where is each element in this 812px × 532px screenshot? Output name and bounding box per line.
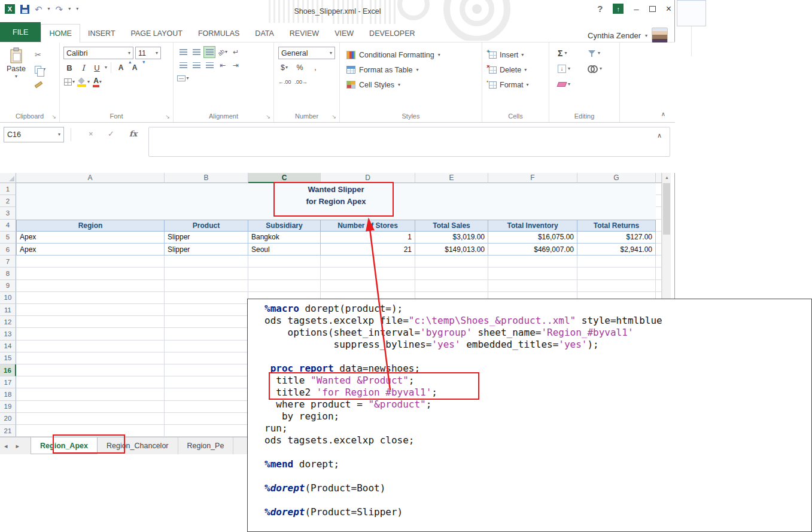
row-header-15[interactable]: 15 [0,352,16,364]
ribbon-display-options-button[interactable]: ↑ [613,4,624,14]
sheet-nav-next-icon[interactable]: ▸ [12,437,24,454]
insert-function-icon[interactable]: fx [129,129,137,138]
dialog-launcher-icon[interactable]: ↘ [165,114,170,120]
cell-B16[interactable] [165,364,248,376]
row-header-19[interactable]: 19 [0,401,16,413]
decrease-font-size-button[interactable]: A [129,62,141,74]
ribbon-tab-review[interactable]: REVIEW [282,25,327,42]
wrap-text-button[interactable]: ↵ [230,46,242,58]
cell-partial-8[interactable] [656,267,662,279]
cell-F7[interactable] [488,256,577,267]
dialog-launcher-icon[interactable]: ↘ [332,114,336,120]
cell-A7[interactable] [16,256,165,267]
increase-decimal-button[interactable]: ←.00 [278,76,291,88]
cell-B17[interactable] [165,376,248,388]
fill-button[interactable]: ↓▾ [558,63,579,74]
row-header-13[interactable]: 13 [0,328,16,340]
cell-partial-2[interactable] [656,195,662,207]
clear-button[interactable]: ▾ [558,78,579,90]
row-header-20[interactable]: 20 [0,413,16,425]
cell-G8[interactable] [577,267,656,279]
cancel-icon[interactable]: × [89,129,93,138]
select-all-corner[interactable] [0,173,16,183]
cell-B7[interactable] [165,256,248,267]
cell-B18[interactable] [165,388,248,400]
cell-F8[interactable] [488,267,577,279]
row-header-5[interactable]: 5 [0,232,16,244]
align-center-button[interactable] [190,59,202,71]
cell-C8[interactable] [248,267,321,279]
align-left-button[interactable] [177,59,189,71]
row-header-3[interactable]: 3 [0,207,16,219]
formula-input[interactable] [148,127,670,157]
conditional-formatting-button[interactable]: Conditional Formatting ▾ [342,47,479,62]
dialog-launcher-icon[interactable]: ↘ [51,114,56,120]
font-name-select[interactable]: Calibri▾ [63,47,133,59]
enter-icon[interactable]: ✓ [108,129,114,138]
column-header-G[interactable]: G [577,173,656,183]
row-header-8[interactable]: 8 [0,267,16,279]
sort-filter-button[interactable]: ▾ [588,47,611,59]
cell-B8[interactable] [165,267,248,279]
row-header-12[interactable]: 12 [0,316,16,328]
insert-cells-button[interactable]: + Insert ▾ [485,47,546,62]
increase-font-size-button[interactable]: A [115,62,127,74]
cell-C7[interactable] [248,256,321,267]
cell-A11[interactable] [16,304,165,316]
ribbon-tab-developer[interactable]: DEVELOPER [361,25,422,42]
cell-B21[interactable] [165,425,248,437]
merge-center-button[interactable]: ▾ [177,72,189,84]
cell-B20[interactable] [165,413,248,425]
font-size-select[interactable]: 11▾ [135,47,161,59]
accounting-format-button[interactable]: $▾ [278,62,290,74]
cell-D9[interactable] [321,280,415,292]
minimize-button[interactable]: – [634,6,638,12]
underline-dropdown-icon[interactable]: ▾ [105,65,107,70]
cell-D7[interactable] [321,256,415,267]
font-color-button[interactable]: A▾ [92,76,104,88]
row-header-6[interactable]: 6 [0,244,16,256]
italic-button[interactable]: I [77,62,89,74]
copy-button[interactable]: ▾ [35,64,45,75]
collapse-ribbon-icon[interactable]: ∧ [661,111,665,117]
cell-B19[interactable] [165,401,248,413]
format-painter-button[interactable] [35,79,45,90]
column-header-B[interactable]: B [165,173,248,183]
ribbon-tab-file[interactable]: FILE [0,22,41,42]
fill-color-button[interactable]: ▾ [77,76,90,88]
cell-E8[interactable] [415,267,488,279]
comma-style-button[interactable]: , [309,62,321,74]
row-header-16[interactable]: 16 [0,364,16,376]
autosum-button[interactable]: Σ▾ [558,47,579,59]
cell-B9[interactable] [165,280,248,292]
align-right-button[interactable] [203,59,215,71]
row-header-4[interactable]: 4 [0,220,16,232]
cell-A17[interactable] [16,376,165,388]
cell-partial-9[interactable] [656,280,662,292]
cell-A16[interactable] [16,364,165,376]
row-header-1[interactable]: 1 [0,183,16,195]
cell-B11[interactable] [165,304,248,316]
cell-C9[interactable] [248,280,321,292]
cell-partial-7[interactable] [656,256,662,267]
percent-style-button[interactable]: % [294,62,306,74]
cell-A13[interactable] [16,328,165,340]
cell-F9[interactable] [488,280,577,292]
cell-partial-4[interactable] [656,220,662,232]
cell-B10[interactable] [165,292,248,304]
expand-formula-bar-icon[interactable]: ∧ [657,132,662,139]
scroll-up-icon[interactable]: ▲ [662,173,671,182]
decrease-decimal-button[interactable]: .00→ [295,76,308,88]
cell-B13[interactable] [165,328,248,340]
cell-A18[interactable] [16,388,165,400]
name-box[interactable]: C16 ▾ [4,127,64,142]
increase-indent-button[interactable]: ⇥ [230,59,242,71]
row-header-9[interactable]: 9 [0,280,16,292]
ribbon-tab-insert[interactable]: INSERT [80,25,123,42]
row-header-18[interactable]: 18 [0,388,16,400]
cell-A12[interactable] [16,316,165,328]
row-header-10[interactable]: 10 [0,292,16,304]
outer-scrollbar-thumb[interactable] [677,0,706,26]
row-header-11[interactable]: 11 [0,304,16,316]
bottom-align-button[interactable] [203,46,215,58]
